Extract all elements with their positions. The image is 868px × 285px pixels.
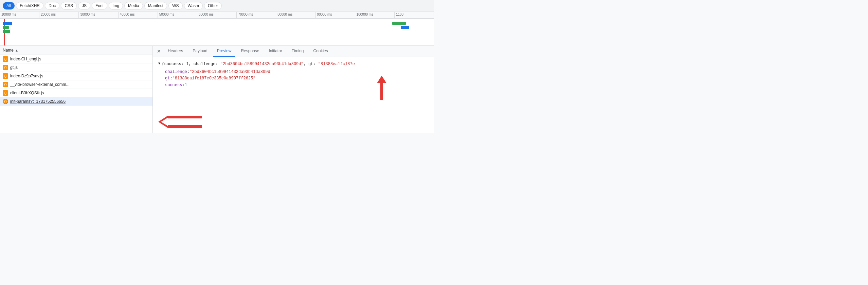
name-panel: Name ▲ {}index-CH_engl.js{}gt.js{}index-… bbox=[0, 46, 153, 133]
filter-btn-doc[interactable]: Doc bbox=[45, 2, 59, 10]
name-list-item[interactable]: {}__vite-browser-external_comm... bbox=[0, 80, 152, 89]
filter-btn-media[interactable]: Media bbox=[124, 2, 143, 10]
waterfall-bar-late bbox=[392, 22, 406, 25]
timeline-tick: 20000 ms bbox=[39, 12, 79, 18]
json-key-challenge: challenge bbox=[165, 69, 187, 75]
name-list-item[interactable]: {}client-B3bXQSik.js bbox=[0, 89, 152, 97]
timeline-ruler: 10000 ms20000 ms30000 ms40000 ms50000 ms… bbox=[0, 12, 434, 19]
filter-btn-img[interactable]: Img bbox=[109, 2, 123, 10]
timeline-tick: 70000 ms bbox=[237, 12, 276, 18]
waterfall-bar bbox=[3, 26, 9, 29]
name-list-item[interactable]: {}init-params?t=1731752556656 bbox=[0, 97, 152, 106]
filter-btn-manifest[interactable]: Manifest bbox=[144, 2, 167, 10]
sort-icon: ▲ bbox=[15, 49, 18, 52]
json-gt-line: gt : "81388ea1fc187e0c335c0a8907ff2625" bbox=[158, 75, 429, 82]
filter-btn-css[interactable]: CSS bbox=[61, 2, 77, 10]
timeline-tick: 10000 ms bbox=[0, 12, 39, 18]
json-top-line: ▼ {success: 1, challenge: "2bd3604bc1589… bbox=[158, 61, 429, 68]
item-filename: client-B3bXQSik.js bbox=[10, 91, 150, 95]
waterfall-bar-late2 bbox=[401, 26, 409, 29]
item-filename: index-Dz9p7sav.js bbox=[10, 74, 150, 78]
json-challenge-line: challenge : "2bd3604bc1589941432da93b41d… bbox=[158, 69, 429, 75]
item-type-icon: {} bbox=[3, 73, 8, 79]
tab-cookies[interactable]: Cookies bbox=[309, 46, 332, 57]
name-column-header: Name ▲ bbox=[0, 46, 152, 55]
json-colon2: : bbox=[170, 75, 172, 82]
timeline-area: 10000 ms20000 ms30000 ms40000 ms50000 ms… bbox=[0, 12, 434, 46]
json-value-challenge: "2bd3604bc1589941432da93b41da809d" bbox=[189, 69, 273, 75]
arrow-head-up bbox=[377, 76, 386, 83]
tab-response[interactable]: Response bbox=[237, 46, 263, 57]
item-filename: __vite-browser-external_comm... bbox=[10, 82, 150, 87]
tabs-bar: ✕ HeadersPayloadPreviewResponseInitiator… bbox=[153, 46, 434, 57]
timeline-tick: 1100 bbox=[395, 12, 434, 18]
tab-initiator[interactable]: Initiator bbox=[265, 46, 286, 57]
item-type-icon: {} bbox=[3, 56, 8, 62]
item-filename: gt.js bbox=[10, 65, 150, 70]
close-button[interactable]: ✕ bbox=[156, 47, 162, 56]
filter-btn-wasm[interactable]: Wasm bbox=[184, 2, 203, 10]
waterfall-bar bbox=[3, 30, 10, 33]
json-key-gt: gt bbox=[165, 75, 170, 82]
json-value-success: 1 bbox=[185, 82, 187, 89]
json-success-line: success : 1 bbox=[158, 82, 429, 89]
timeline-tick: 80000 ms bbox=[276, 12, 315, 18]
up-arrow-annotation bbox=[377, 76, 386, 100]
filter-bar: AllFetch/XHRDocCSSJSFontImgMediaManifest… bbox=[0, 0, 434, 12]
name-list-item[interactable]: {}index-CH_engl.js bbox=[0, 55, 152, 63]
tab-headers[interactable]: Headers bbox=[164, 46, 187, 57]
name-list-item[interactable]: {}index-Dz9p7sav.js bbox=[0, 72, 152, 80]
left-arrow-annotation bbox=[158, 116, 202, 128]
waterfall-bar bbox=[3, 22, 12, 25]
json-summary: {success: 1, challenge: "2bd3604bc158994… bbox=[162, 61, 355, 68]
timeline-tick: 90000 ms bbox=[316, 12, 355, 18]
tab-preview[interactable]: Preview bbox=[213, 46, 236, 57]
right-panel: ✕ HeadersPayloadPreviewResponseInitiator… bbox=[153, 46, 434, 133]
json-colon3: : bbox=[182, 82, 184, 89]
timeline-tick: 50000 ms bbox=[158, 12, 197, 18]
timeline-tick: 60000 ms bbox=[197, 12, 237, 18]
item-type-icon: {} bbox=[3, 90, 8, 96]
timeline-tick: 100000 ms bbox=[355, 12, 395, 18]
json-key-success: success bbox=[165, 82, 182, 89]
item-type-icon: {} bbox=[3, 82, 8, 87]
json-colon: : bbox=[187, 69, 189, 75]
name-list-item[interactable]: {}gt.js bbox=[0, 63, 152, 72]
tab-timing[interactable]: Timing bbox=[288, 46, 308, 57]
main-pane: Name ▲ {}index-CH_engl.js{}gt.js{}index-… bbox=[0, 46, 434, 133]
timeline-tick: 30000 ms bbox=[79, 12, 118, 18]
tab-payload[interactable]: Payload bbox=[188, 46, 211, 57]
filter-btn-fetch-xhr[interactable]: Fetch/XHR bbox=[16, 2, 43, 10]
timeline-waterfall bbox=[0, 19, 434, 46]
item-filename: init-params?t=1731752556656 bbox=[10, 99, 150, 104]
arrow-shaft-vertical bbox=[380, 83, 383, 100]
item-type-icon: {} bbox=[3, 65, 8, 70]
filter-btn-font[interactable]: Font bbox=[92, 2, 107, 10]
filter-btn-other[interactable]: Other bbox=[204, 2, 222, 10]
timeline-tick: 40000 ms bbox=[119, 12, 158, 18]
item-type-icon: {} bbox=[3, 99, 8, 104]
filter-btn-all[interactable]: All bbox=[3, 2, 15, 10]
filter-btn-ws[interactable]: WS bbox=[168, 2, 182, 10]
expand-triangle[interactable]: ▼ bbox=[158, 61, 160, 66]
json-value-gt: "81388ea1fc187e0c335c0a8907ff2625" bbox=[173, 75, 256, 82]
filter-btn-js[interactable]: JS bbox=[78, 2, 90, 10]
name-header-label: Name bbox=[3, 48, 14, 53]
item-filename: index-CH_engl.js bbox=[10, 57, 150, 61]
preview-content: ▼ {success: 1, challenge: "2bd3604bc1589… bbox=[153, 57, 434, 133]
